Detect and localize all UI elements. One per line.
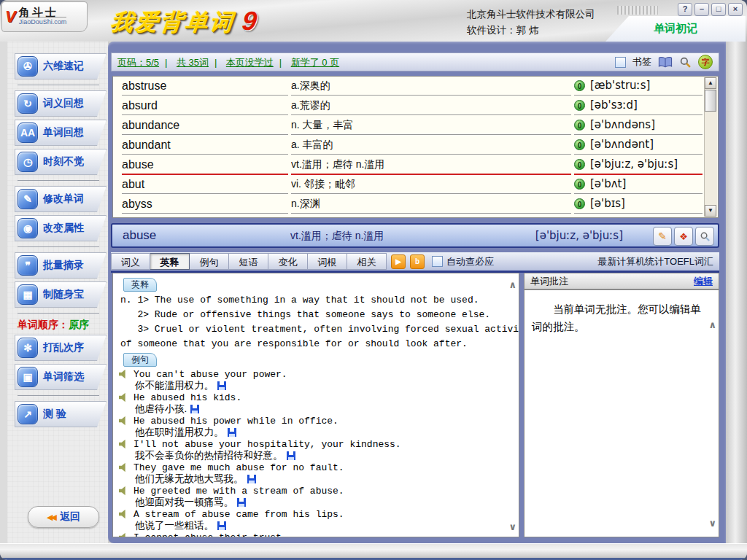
sidebar-button-icon: ✻	[18, 338, 38, 358]
bookmark-label: 书签	[632, 55, 651, 69]
sidebar-button-icon: ↗	[18, 404, 38, 424]
sidebar-button[interactable]: ▦ 制随身宝	[15, 281, 107, 308]
definition-line: of someone that you are responsible for …	[120, 337, 504, 351]
bing-search-button[interactable]: b	[410, 254, 425, 269]
sidebar-button[interactable]: ◉ 改变属性	[15, 215, 107, 241]
scroll-up-chevron[interactable]: ∧	[508, 279, 516, 290]
speaker-icon[interactable]	[119, 533, 129, 538]
speaker-icon[interactable]	[119, 416, 129, 426]
divider	[18, 313, 99, 314]
example-english: I cannot abuse their trust.	[133, 532, 287, 538]
sidebar-button-label: 六维速记	[43, 60, 84, 73]
word-list-row[interactable]: abundance n. 大量，丰富 0 [ə'bʌndəns]	[113, 116, 718, 136]
scroll-down-chevron[interactable]: ∨	[508, 521, 516, 532]
word-list-row[interactable]: abstruse a.深奥的 0 [æb'struːs]	[113, 77, 718, 96]
scroll-up-chevron[interactable]: ∧	[687, 316, 716, 334]
word-list-row[interactable]: abut vi. 邻接；毗邻 0 [ə'bʌt]	[113, 175, 718, 195]
sidebar-button-icon: ◉	[18, 218, 38, 238]
annotation-edit-link[interactable]: 编辑	[694, 275, 713, 288]
speaker-icon[interactable]	[119, 463, 129, 472]
speaker-icon[interactable]	[119, 510, 129, 519]
sidebar-button[interactable]: ◷ 时刻不觉	[15, 149, 107, 175]
back-button[interactable]: ◀◀ 返回	[28, 506, 99, 528]
tab[interactable]: 例句	[190, 253, 229, 270]
word-phonetic: [ə'bʌndənt]	[590, 136, 654, 154]
word-definition: a. 丰富的	[291, 136, 571, 155]
maximize-button[interactable]: □	[711, 3, 726, 16]
close-button[interactable]: ×	[728, 3, 743, 16]
sidebar-button[interactable]: ↻ 词义回想	[15, 90, 107, 117]
play-audio-button[interactable]: ▶	[391, 254, 406, 269]
sidebar-button-icon: ✎	[18, 189, 38, 209]
app-title-text: 我爱背单词	[109, 9, 236, 35]
scroll-down-arrow[interactable]: ▼	[705, 205, 716, 217]
detail-tab-bar: 词义 英释 例句 短语 变化 词根 相关 ▶ b 自动查必应 最新计算机统计TO…	[111, 252, 719, 273]
word-order-caption: 单词顺序：	[18, 319, 69, 330]
auto-query-checkbox[interactable]	[432, 256, 443, 267]
sidebar-button-icon: ▣	[18, 367, 38, 387]
word-list-row[interactable]: abyss n.深渊 0 [ə'bɪs]	[113, 195, 718, 214]
word-list-row[interactable]: abuse vt.滥用；虐待 n.滥用 0 [ə'bjuːz, ə'bjuːs]	[113, 155, 718, 175]
edit-word-button[interactable]: ✎	[653, 227, 672, 246]
decorative-vents	[617, 6, 658, 15]
app-version: 9	[241, 6, 260, 36]
sidebar-button[interactable]: ▣ 单词筛选	[15, 364, 107, 390]
mark-word-button[interactable]: ❖	[674, 227, 693, 246]
selected-word-phonetic: [ə'bjuːz, ə'bjuːs]	[535, 229, 623, 242]
page-status-item: 页码：5/5	[117, 57, 173, 68]
bookmark-checkbox[interactable]	[615, 57, 626, 68]
word-text: abundance	[122, 116, 288, 135]
font-settings-icon[interactable]: 字	[698, 55, 713, 69]
scroll-down-chevron[interactable]: ∨	[687, 515, 716, 532]
help-button[interactable]: ?	[678, 3, 692, 16]
example-item: He greeted me with a stream of abuse. 他迎…	[119, 485, 504, 508]
speaker-icon[interactable]	[119, 486, 129, 496]
logo-site: JiaoDouShi.com	[19, 18, 67, 27]
word-phonetic: [əb'sɜːd]	[590, 96, 638, 114]
speaker-icon[interactable]	[119, 440, 129, 449]
page-status-item: 新学了 0 页	[291, 57, 339, 68]
save-example-icon[interactable]	[217, 381, 226, 390]
word-list-row[interactable]: abundant a. 丰富的 0 [ə'bʌndənt]	[113, 136, 718, 155]
word-list-scrollbar[interactable]: ▲ ▼	[704, 77, 717, 217]
dictionary-book-icon[interactable]	[658, 57, 673, 68]
save-example-icon[interactable]	[217, 521, 226, 530]
sidebar-button-icon: ❞	[18, 255, 38, 276]
review-count-badge: 0	[574, 80, 585, 91]
sidebar-button[interactable]: ❞ 批量摘录	[15, 252, 107, 279]
search-icon[interactable]	[679, 56, 692, 69]
save-example-icon[interactable]	[287, 451, 295, 460]
lookup-word-button[interactable]	[695, 227, 714, 246]
save-example-icon[interactable]	[237, 498, 246, 507]
sidebar-button[interactable]: ↗ 测 验	[15, 401, 107, 427]
tab[interactable]: 短语	[229, 253, 268, 270]
divider	[18, 180, 99, 181]
minimize-button[interactable]: –	[694, 3, 709, 16]
scrollbar-thumb[interactable]	[705, 90, 716, 112]
tab[interactable]: 词根	[308, 253, 347, 270]
selected-word: abuse	[123, 228, 156, 243]
review-count-badge: 0	[574, 139, 585, 150]
word-list-row[interactable]: absurd a.荒谬的 0 [əb'sɜːd]	[113, 96, 718, 116]
sidebar-button[interactable]: ✻ 打乱次序	[15, 335, 107, 361]
tab[interactable]: 词义	[111, 253, 150, 270]
word-order-label: 单词顺序：原序	[18, 319, 108, 332]
tab[interactable]: 相关	[347, 253, 387, 270]
speaker-icon[interactable]	[119, 370, 129, 379]
example-chinese: 他说了一些粗话。	[135, 519, 214, 532]
sidebar-button[interactable]: ✇ 六维速记	[15, 53, 107, 79]
tab[interactable]: 变化	[268, 253, 308, 270]
scroll-up-arrow[interactable]: ▲	[705, 77, 716, 89]
mode-tab: 单词初记	[605, 16, 746, 42]
speaker-icon[interactable]	[119, 393, 129, 402]
sidebar-button[interactable]: ✎ 修改单词	[15, 186, 107, 212]
save-example-icon[interactable]	[247, 475, 256, 483]
save-example-icon[interactable]	[190, 405, 199, 413]
example-chinese: 我不会辜负你的热情招待和好意。	[135, 449, 283, 462]
save-example-icon[interactable]	[228, 428, 236, 437]
sidebar-button[interactable]: AA 单词回想	[15, 120, 107, 146]
definition-line: 2> Rude or offensive things that someone…	[120, 308, 504, 322]
word-phonetic: [ə'bʌt]	[590, 175, 626, 193]
tab[interactable]: 英释	[150, 253, 190, 270]
annotation-empty-text: 当前单词无批注。您可以编辑单词的批注。	[532, 303, 701, 332]
